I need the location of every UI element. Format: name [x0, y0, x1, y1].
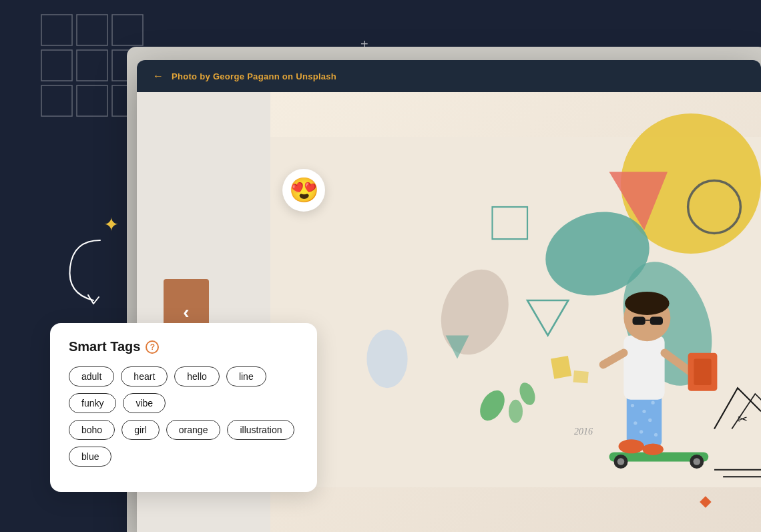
svg-point-28 [694, 458, 701, 465]
tag-chip[interactable]: orange [166, 420, 221, 440]
tag-chip[interactable]: boho [69, 420, 115, 440]
browser-top-bar: ← Photo by George Pagann on Unsplash [137, 60, 761, 92]
tag-chip[interactable]: line [226, 366, 266, 386]
tag-chip[interactable]: adult [69, 366, 114, 386]
svg-rect-2 [112, 15, 143, 45]
svg-rect-0 [41, 15, 72, 45]
svg-rect-39 [623, 336, 664, 400]
svg-rect-29 [627, 394, 662, 447]
svg-point-37 [619, 439, 645, 453]
illustration-area: 2016 ✂ [270, 92, 761, 532]
svg-point-30 [631, 404, 634, 407]
svg-point-38 [642, 443, 664, 455]
curl-arrow-decoration [60, 234, 127, 314]
svg-text:✂: ✂ [738, 413, 748, 426]
svg-rect-44 [650, 317, 663, 325]
help-icon[interactable]: ? [146, 340, 159, 354]
svg-rect-7 [77, 85, 107, 116]
emoji-reaction: 😍 [282, 169, 325, 212]
tags-row-1: adulthearthellolinefunkyvibe [69, 366, 298, 413]
svg-rect-21 [573, 370, 588, 383]
svg-marker-53 [700, 496, 712, 508]
tag-chip[interactable]: illustration [227, 420, 294, 440]
illustration-svg: 2016 ✂ [270, 92, 761, 532]
svg-rect-1 [77, 15, 107, 45]
svg-point-35 [640, 430, 643, 433]
browser-title: Photo by George Pagann on Unsplash [172, 71, 336, 81]
svg-point-32 [652, 401, 655, 405]
svg-point-31 [642, 410, 646, 413]
svg-rect-6 [41, 85, 72, 116]
smart-tags-header: Smart Tags ? [69, 339, 298, 354]
back-arrow-icon[interactable]: ← [153, 70, 164, 82]
prev-chevron-icon: ‹ [183, 302, 189, 323]
smart-tags-title: Smart Tags [69, 339, 140, 354]
star-decoration-1: ✦ [103, 214, 119, 236]
svg-point-16 [366, 330, 407, 388]
svg-rect-20 [551, 356, 571, 379]
svg-point-46 [625, 292, 670, 315]
svg-point-36 [654, 433, 658, 437]
svg-rect-3 [41, 50, 72, 81]
tag-chip[interactable]: blue [69, 447, 111, 467]
svg-text:2016: 2016 [574, 427, 593, 437]
svg-point-23 [509, 400, 523, 423]
tag-chip[interactable]: heart [121, 366, 168, 386]
svg-point-27 [617, 458, 625, 465]
svg-point-34 [648, 419, 652, 422]
tags-row-2: bohogirlorangeillustrationblue [69, 420, 298, 467]
svg-rect-43 [633, 317, 646, 325]
emoji-icon: 😍 [289, 176, 319, 204]
svg-rect-4 [77, 50, 107, 81]
tag-chip[interactable]: hello [174, 366, 220, 386]
svg-point-33 [633, 421, 637, 425]
tag-chip[interactable]: vibe [123, 393, 166, 413]
svg-rect-48 [694, 359, 711, 385]
tag-chip[interactable]: girl [121, 420, 160, 440]
smart-tags-card: Smart Tags ? adulthearthellolinefunkyvib… [50, 323, 317, 492]
tag-chip[interactable]: funky [69, 393, 116, 413]
